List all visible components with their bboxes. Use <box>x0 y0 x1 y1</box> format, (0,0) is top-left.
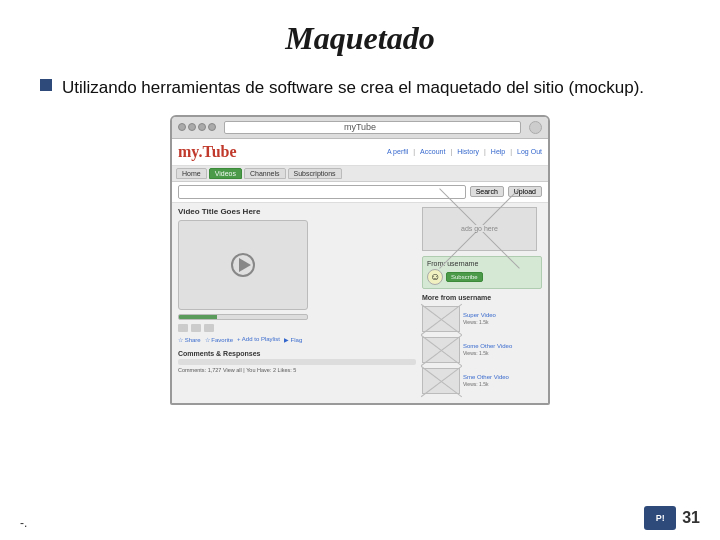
related-title-3[interactable]: Sme Other Video <box>463 374 509 380</box>
related-thumb-3[interactable] <box>422 368 460 394</box>
video-title: Video Title Goes Here <box>178 207 416 216</box>
browser-min-btn <box>188 123 196 131</box>
play-triangle-icon <box>239 258 251 272</box>
video-section: Video Title Goes Here ☆ Share ☆ Fa <box>178 207 416 394</box>
tab-videos[interactable]: Videos <box>209 168 242 179</box>
related-info-2: Some Other Video Views: 1.5k <box>463 343 512 356</box>
browser-title-text: myTube <box>344 122 376 132</box>
site-tabs: Home Videos Channels Subscriptions <box>172 166 548 182</box>
browser-close-btn <box>178 123 186 131</box>
nav-sep4: | <box>510 148 512 155</box>
page-logo-text: P! <box>656 513 665 523</box>
bullet-icon <box>40 79 52 91</box>
related-video-2: Some Other Video Views: 1.5k <box>422 337 542 363</box>
tab-channels[interactable]: Channels <box>244 168 286 179</box>
related-video-1: Super Video Views: 1.5k <box>422 306 542 332</box>
user-avatar: ☺ <box>427 269 443 285</box>
more-from-label: More from username <box>422 294 542 301</box>
nav-sep2: | <box>450 148 452 155</box>
video-player[interactable] <box>178 220 308 310</box>
page-number: 31 <box>682 509 700 527</box>
video-progress-bar[interactable] <box>178 314 308 320</box>
nav-item-help[interactable]: Help <box>491 148 505 155</box>
nav-item-logout[interactable]: Log Out <box>517 148 542 155</box>
ads-label: ads go here <box>459 225 500 232</box>
nav-sep3: | <box>484 148 486 155</box>
video-progress-fill <box>179 315 217 319</box>
nav-item-history[interactable]: History <box>457 148 479 155</box>
browser-search-icon <box>529 121 542 134</box>
user-avatar-row: ☺ Subscribe <box>427 269 537 285</box>
browser-back-btn <box>198 123 206 131</box>
related-video-3: Sme Other Video Views: 1.5k <box>422 368 542 394</box>
nav-item-profile[interactable]: A perfil <box>387 148 408 155</box>
browser-titlebar: myTube <box>172 117 548 139</box>
browser-fwd-btn <box>208 123 216 131</box>
browser-controls <box>178 123 216 131</box>
bullet-text: Utilizando herramientas de software se c… <box>62 75 644 101</box>
play-button[interactable] <box>231 253 255 277</box>
browser-mockup: myTube my.Tube A perfil | Account | Hist… <box>170 115 550 405</box>
slide-container: Maquetado Utilizando herramientas de sof… <box>0 0 720 540</box>
tab-subscriptions[interactable]: Subscriptions <box>288 168 342 179</box>
slide-title: Maquetado <box>40 20 680 57</box>
tab-home[interactable]: Home <box>176 168 207 179</box>
video-actions-row: ☆ Share ☆ Favorite + Add to Playlist ▶ F… <box>178 336 416 343</box>
flag-link[interactable]: ▶ Flag <box>284 336 302 343</box>
comments-bar <box>178 359 416 365</box>
bullet-section: Utilizando herramientas de software se c… <box>40 75 680 101</box>
nav-sep: | <box>413 148 415 155</box>
related-info-1: Super Video Views: 1.5k <box>463 312 496 325</box>
related-thumb-1[interactable] <box>422 306 460 332</box>
related-views-3: Views: 1.5k <box>463 381 509 387</box>
comments-header: Comments & Responses <box>178 350 416 357</box>
site-main: Video Title Goes Here ☆ Share ☆ Fa <box>172 203 548 398</box>
comments-info: Comments: 1,727 View all | You Have: 2 L… <box>178 367 416 373</box>
related-views-2: Views: 1.5k <box>463 350 512 356</box>
comments-section: Comments & Responses Comments: 1,727 Vie… <box>178 350 416 373</box>
page-logo: P! <box>644 506 676 530</box>
ctrl-play-btn[interactable] <box>178 324 188 332</box>
ctrl-vol-btn[interactable] <box>204 324 214 332</box>
related-info-3: Sme Other Video Views: 1.5k <box>463 374 509 387</box>
related-title-1[interactable]: Super Video <box>463 312 496 318</box>
site-header: my.Tube A perfil | Account | History | H… <box>172 139 548 166</box>
site-logo: my.Tube <box>178 143 237 161</box>
slide-number-bottom: -. <box>20 516 27 530</box>
ads-placeholder: ads go here <box>422 207 537 251</box>
playlist-link[interactable]: + Add to Playlist <box>237 336 280 343</box>
related-views-1: Views: 1.5k <box>463 319 496 325</box>
site-nav: A perfil | Account | History | Help | Lo… <box>387 148 542 155</box>
sidebar-section: ads go here From: username ☺ Subscribe M… <box>422 207 542 394</box>
slide-bottom: P! 31 <box>644 506 700 530</box>
video-controls-row <box>178 324 416 332</box>
nav-item-account[interactable]: Account <box>420 148 445 155</box>
search-input[interactable] <box>178 185 466 199</box>
search-button[interactable]: Search <box>470 186 504 197</box>
subscribe-button[interactable]: Subscribe <box>446 272 483 282</box>
search-bar: Search Upload <box>172 182 548 203</box>
share-link[interactable]: ☆ Share <box>178 336 201 343</box>
related-title-2[interactable]: Some Other Video <box>463 343 512 349</box>
user-card: From: username ☺ Subscribe <box>422 256 542 289</box>
favorite-link[interactable]: ☆ Favorite <box>205 336 233 343</box>
related-thumb-2[interactable] <box>422 337 460 363</box>
ctrl-stop-btn[interactable] <box>191 324 201 332</box>
